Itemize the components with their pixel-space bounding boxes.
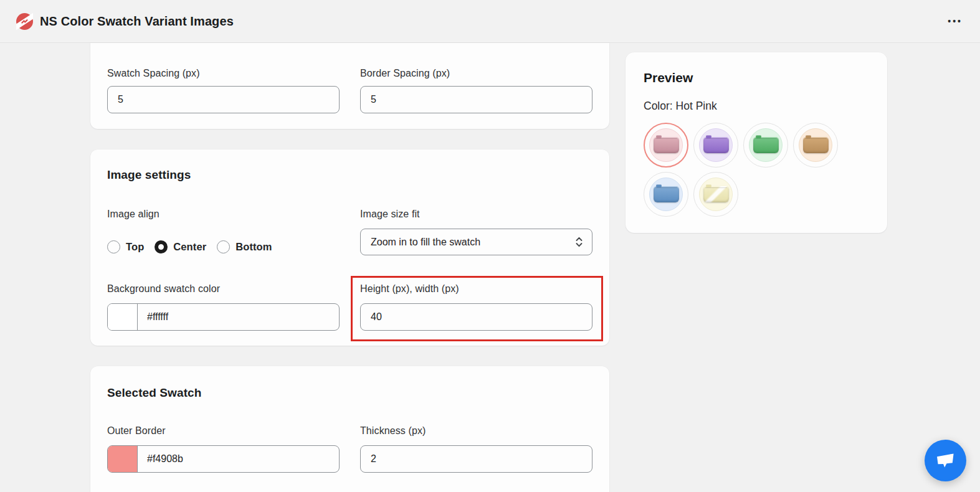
image-settings-row-2: Background swatch color Height (px), wid…: [107, 282, 592, 331]
field-outer-border: Outer Border: [107, 424, 340, 473]
app-logo-icon: [16, 13, 33, 30]
preview-card: Preview Color: Hot Pink: [626, 52, 887, 233]
swatch-circle: [699, 128, 733, 162]
pouch-zipper-line: [755, 138, 777, 139]
app-window: NS Color Swatch Variant Images ••• Swatc…: [0, 0, 980, 492]
background-color-input-group: [107, 303, 340, 331]
swatch-spacing-label: Swatch Spacing (px): [107, 67, 340, 80]
height-width-label: Height (px), width (px): [360, 282, 592, 295]
pouch-zipper-line: [705, 138, 727, 139]
field-swatch-spacing: Swatch Spacing (px): [107, 67, 340, 113]
selected-swatch-heading: Selected Swatch: [107, 385, 592, 401]
radio-option-bottom[interactable]: Bottom: [217, 240, 272, 253]
pouch-image: [654, 137, 679, 153]
swatch-spacing-input[interactable]: [107, 86, 340, 113]
preview-swatch-purple[interactable]: [693, 123, 738, 168]
image-size-fit-value: Zoom in to fill the swatch: [371, 237, 575, 248]
swatch-circle: [749, 128, 783, 162]
pouch-zipper-line: [805, 138, 827, 139]
field-border-spacing: Border Spacing (px): [360, 67, 592, 113]
pouch-image: [753, 137, 779, 153]
preview-swatch-tan[interactable]: [793, 123, 838, 168]
settings-column: Swatch Spacing (px) Border Spacing (px) …: [90, 43, 609, 492]
preview-swatch-green[interactable]: [743, 123, 788, 168]
outer-border-value-input[interactable]: [138, 446, 339, 472]
app-header: NS Color Swatch Variant Images •••: [0, 0, 980, 43]
field-image-align: Image align Top Center Bottom: [107, 207, 340, 255]
preview-swatch-grid: [644, 123, 843, 217]
pouch-zipper-line: [655, 138, 677, 139]
thickness-input[interactable]: [360, 445, 592, 473]
chat-bubble-icon: [936, 452, 955, 469]
preview-column: Preview Color: Hot Pink: [626, 52, 887, 233]
preview-color-label: Color: Hot Pink: [644, 99, 869, 113]
swatch-circle: [799, 128, 832, 162]
swatch-circle: [699, 177, 733, 211]
page-title: NS Color Swatch Variant Images: [40, 14, 234, 29]
selected-swatch-card: Selected Swatch Outer Border Thickness (…: [90, 366, 609, 492]
radio-bottom-circle[interactable]: [217, 240, 230, 253]
image-size-fit-label: Image size fit: [360, 207, 592, 220]
thickness-label: Thickness (px): [360, 424, 592, 437]
radio-bottom-label: Bottom: [235, 241, 272, 253]
spacing-field-row: Swatch Spacing (px) Border Spacing (px): [107, 67, 592, 113]
radio-top-circle[interactable]: [107, 240, 120, 253]
radio-center-label: Center: [173, 241, 206, 253]
preview-heading: Preview: [644, 70, 869, 86]
radio-option-center[interactable]: Center: [155, 240, 206, 253]
pouch-image: [803, 137, 829, 153]
radio-top-label: Top: [126, 241, 144, 253]
field-image-size-fit: Image size fit Zoom in to fill the swatc…: [360, 207, 592, 255]
background-color-value-input[interactable]: [138, 304, 339, 330]
background-color-chip[interactable]: [108, 304, 138, 330]
field-thickness: Thickness (px): [360, 424, 592, 473]
image-size-fit-select[interactable]: Zoom in to fill the swatch: [360, 229, 592, 255]
outer-border-input-group: [107, 445, 340, 473]
outer-border-label: Outer Border: [107, 424, 340, 437]
image-settings-row-1: Image align Top Center Bottom: [107, 207, 592, 255]
radio-option-top[interactable]: Top: [107, 240, 144, 253]
pouch-zipper-line: [705, 187, 727, 188]
border-spacing-label: Border Spacing (px): [360, 67, 592, 80]
image-align-radio-group: Top Center Bottom: [107, 240, 340, 253]
select-updown-caret-icon: [575, 236, 583, 248]
pouch-image: [703, 137, 729, 153]
image-settings-heading: Image settings: [107, 167, 592, 183]
pouch-image: [703, 186, 729, 202]
swatch-circle: [649, 128, 683, 162]
preview-swatch-hot-pink[interactable]: [644, 123, 688, 168]
chat-launcher-button[interactable]: [925, 440, 966, 481]
selected-swatch-row: Outer Border Thickness (px): [107, 424, 592, 473]
pouch-image: [654, 186, 679, 202]
swatch-circle: [649, 177, 683, 211]
pouch-zipper-line: [655, 187, 677, 188]
image-settings-card: Image settings Image align Top Center: [90, 149, 609, 346]
border-spacing-input[interactable]: [360, 86, 592, 113]
preview-swatch-cream[interactable]: [693, 172, 738, 217]
overflow-menu-icon[interactable]: •••: [946, 13, 964, 29]
spacing-card: Swatch Spacing (px) Border Spacing (px): [90, 43, 609, 129]
field-background-swatch-color: Background swatch color: [107, 282, 340, 331]
height-width-input[interactable]: [360, 303, 592, 331]
background-swatch-color-label: Background swatch color: [107, 282, 340, 295]
field-height-width: Height (px), width (px): [360, 282, 592, 331]
outer-border-color-chip[interactable]: [108, 446, 138, 472]
preview-swatch-blue[interactable]: [644, 172, 688, 217]
radio-center-circle[interactable]: [155, 240, 168, 253]
image-align-label: Image align: [107, 207, 340, 220]
